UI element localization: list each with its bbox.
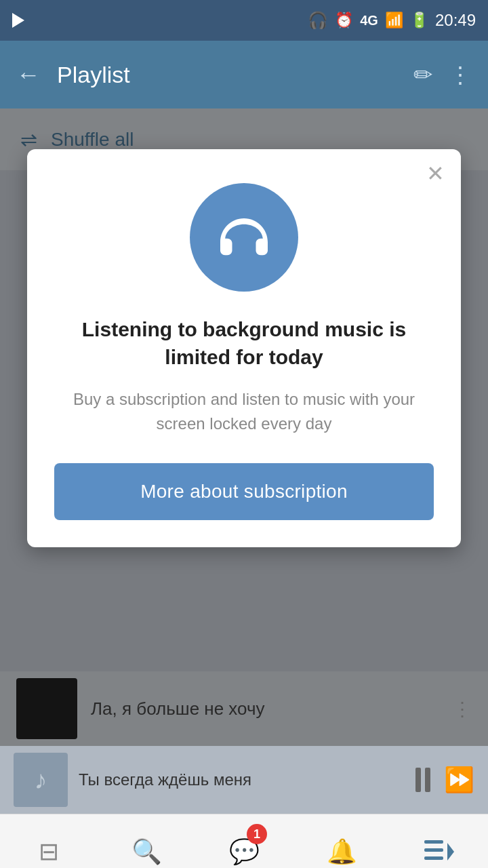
close-button[interactable]: ✕ [426, 163, 445, 184]
alarm-icon: ⏰ [335, 12, 353, 29]
status-bar: 🎧 ⏰ 4G 📶 🔋 20:49 [0, 0, 488, 41]
modal-overlay[interactable]: ✕ Listening to background music is limit… [0, 108, 488, 746]
status-bar-right: 🎧 ⏰ 4G 📶 🔋 20:49 [308, 11, 476, 30]
svg-rect-0 [424, 840, 443, 844]
pause-button[interactable] [415, 768, 430, 792]
fast-forward-button[interactable]: ⏩ [444, 766, 474, 794]
messages-badge: 1 [247, 824, 267, 844]
svg-marker-3 [447, 843, 454, 861]
headphone-icon: 🎧 [308, 11, 328, 30]
nav-library[interactable]: ⊟ [15, 814, 83, 868]
bottom-nav: ⊟ 🔍 💬 1 🔔 [0, 814, 488, 868]
svg-rect-1 [424, 848, 443, 852]
player-thumbnail: ♪ [14, 753, 68, 807]
status-bar-left [12, 13, 24, 28]
nav-messages[interactable]: 💬 1 [210, 814, 278, 868]
player-bar: ♪ Ты всегда ждёшь меня ⏩ [0, 746, 488, 814]
pause-bar-right [425, 768, 430, 792]
nav-notifications[interactable]: 🔔 [308, 814, 375, 868]
subscription-dialog: ✕ Listening to background music is limit… [27, 149, 461, 547]
signal-bars-icon: 📶 [385, 12, 403, 29]
page-title: Playlist [57, 62, 397, 88]
main-area: ⇌ Shuffle all ✕ Listening to background … [0, 108, 488, 746]
dialog-description: Buy a subscription and listen to music w… [54, 387, 434, 436]
battery-icon: 🔋 [410, 12, 428, 29]
time-label: 20:49 [435, 11, 476, 30]
note-icon: ♪ [35, 766, 47, 795]
bell-icon: 🔔 [327, 837, 357, 866]
headphones-icon [214, 214, 274, 261]
nav-search[interactable]: 🔍 [113, 814, 180, 868]
more-button[interactable]: ⋮ [449, 61, 472, 88]
signal-label: 4G [360, 13, 378, 28]
player-track-title: Ты всегда ждёшь меня [79, 770, 405, 789]
pause-bar-left [415, 768, 421, 792]
svg-rect-2 [424, 856, 443, 860]
app-bar: ← Playlist ✏ ⋮ [0, 41, 488, 108]
nav-playlist[interactable] [405, 814, 473, 868]
library-icon: ⊟ [39, 837, 59, 866]
edit-button[interactable]: ✏ [413, 61, 432, 88]
playlist-icon [424, 839, 454, 865]
player-controls: ⏩ [415, 766, 474, 794]
dialog-icon-circle [190, 183, 298, 292]
search-icon: 🔍 [131, 837, 162, 866]
subscription-button[interactable]: More about subscription [54, 463, 434, 520]
dialog-title: Listening to background music is limited… [54, 316, 434, 371]
back-button[interactable]: ← [16, 60, 41, 89]
play-status-icon [12, 13, 24, 28]
